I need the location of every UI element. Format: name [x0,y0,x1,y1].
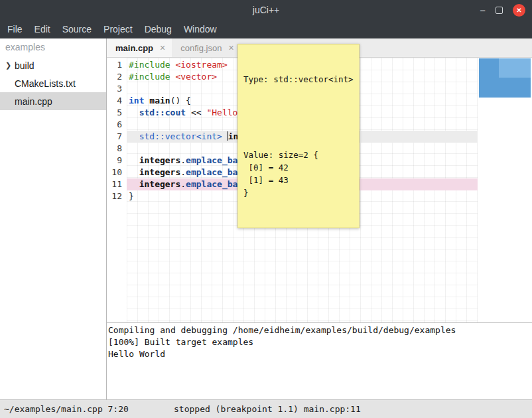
menu-project[interactable]: Project [98,20,139,38]
code-token: } [129,191,134,201]
file-tree: ❯buildCMakeLists.txtmain.cpp [0,56,106,110]
tree-item-cmakelists-txt[interactable]: CMakeLists.txt [0,74,106,92]
line-number[interactable]: 5 [107,107,127,119]
output-line: Hello World [108,348,531,360]
line-number[interactable]: 1 [107,59,127,71]
code-token [129,155,139,165]
tree-item-label: build [15,60,34,71]
window-title: juCi++ [253,5,279,15]
tab-config-json[interactable]: config.json× [172,38,240,57]
tooltip-line: Value: size=2 { [243,149,354,161]
file-explorer: examples ❯buildCMakeLists.txtmain.cpp [0,38,107,399]
tooltip-value-lines: Value: size=2 { [0] = 42 [1] = 43} [243,149,354,199]
code-token: integers [139,167,181,177]
tooltip-line: [1] = 43 [243,174,354,186]
code-token: . [180,167,186,177]
menu-edit[interactable]: Edit [29,20,56,38]
tab-label: main.cpp [115,43,153,53]
code-token: << [186,107,206,117]
code-token: #include [129,72,170,82]
code-token: <iostream> [175,60,227,70]
line-number[interactable]: 7 [107,131,127,143]
line-number[interactable]: 9 [107,155,127,167]
menu-source[interactable]: Source [56,20,98,38]
code-token: () { [170,96,191,105]
code-token [222,131,228,141]
menu-window[interactable]: Window [178,20,223,38]
code-token [129,167,139,177]
menu-bar: FileEditSourceProjectDebugWindow [0,20,532,38]
line-number[interactable]: 11 [107,178,127,190]
window-controls: − ✕ [480,0,525,20]
tab-close-icon[interactable]: × [228,42,233,53]
tooltip-line: } [243,186,354,199]
tab-close-icon[interactable]: × [160,42,165,53]
project-name: examples [0,38,106,56]
title-bar: juCi++ − ✕ [0,0,532,20]
status-bar: ~/examples/main.cpp 7:20 stopped (breakp… [0,399,532,418]
cursor-location: ~/examples/main.cpp 7:20 [4,404,129,414]
tab-main-cpp[interactable]: main.cpp× [107,38,172,57]
code-token: std::vector<int> [139,131,222,141]
jucipp-window: juCi++ − ✕ FileEditSourceProjectDebugWin… [0,0,532,418]
code-token: int [129,96,144,105]
scroll-overview-inner [499,58,531,78]
debug-status: stopped (breakpoint 1.1) main.cpp:11 [174,404,361,414]
output-line: Compiling and debugging /home/eidheim/ex… [108,324,531,336]
code-token: std::cout [139,107,186,117]
output-panel[interactable]: Compiling and debugging /home/eidheim/ex… [107,322,532,399]
tree-item-label: main.cpp [15,96,52,107]
code-token: main [149,96,170,105]
tooltip-line: [0] = 42 [243,161,354,174]
gutter: 123456789101112 [107,58,127,322]
line-number[interactable]: 6 [107,119,127,131]
scroll-overview-indicator[interactable] [479,58,531,98]
tree-item-build[interactable]: ❯build [0,56,106,74]
close-button[interactable]: ✕ [513,4,525,17]
tooltip-type-line: Type: std::vector<int> [243,73,354,86]
code-token: <vector> [175,72,217,82]
tree-item-label: CMakeLists.txt [15,78,76,89]
code-token [129,131,139,141]
line-number[interactable]: 12 [107,190,127,202]
menu-file[interactable]: File [1,20,29,38]
code-token [129,179,139,189]
output-line: [100%] Built target examples [108,336,531,348]
code-token: . [180,155,186,165]
tree-item-main-cpp[interactable]: main.cpp [0,92,106,110]
line-number[interactable]: 8 [107,143,127,155]
code-token [129,107,139,117]
code-token: #include [129,60,170,70]
line-number[interactable]: 10 [107,167,127,178]
code-token: . [180,179,186,189]
menu-debug[interactable]: Debug [139,20,178,38]
line-number[interactable]: 3 [107,83,127,95]
tab-label: config.json [180,43,222,53]
tooltip-gap [243,111,354,123]
line-number[interactable]: 4 [107,95,127,107]
code-token: integers [139,155,181,165]
chevron-right-icon[interactable]: ❯ [5,61,15,70]
code-token: integers [139,179,181,189]
line-number[interactable]: 2 [107,71,127,83]
debug-value-tooltip: Type: std::vector<int> Value: size=2 { [… [237,44,360,228]
maximize-button[interactable] [496,7,503,14]
minimize-button[interactable]: − [480,5,486,15]
